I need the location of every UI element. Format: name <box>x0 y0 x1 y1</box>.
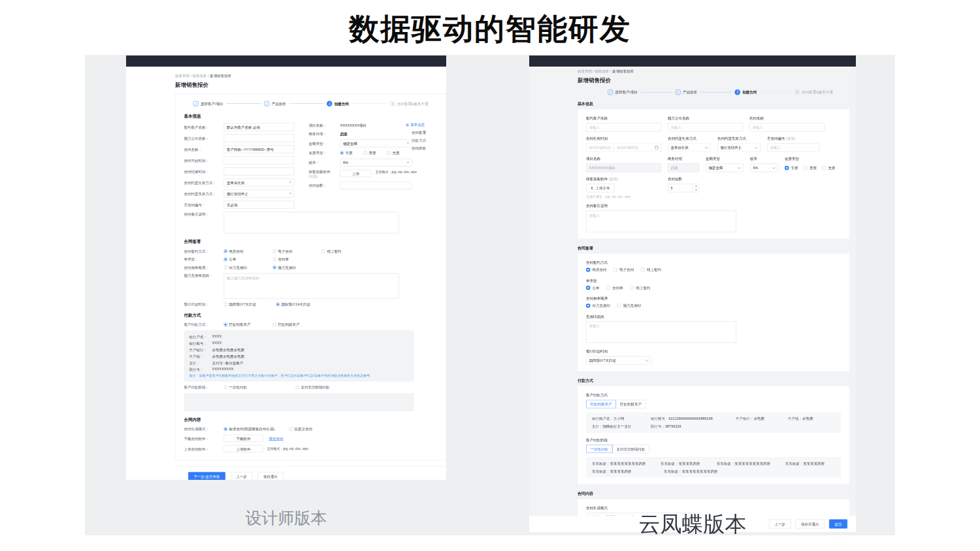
field-label: 预计归还时间： <box>184 302 224 307</box>
breadcrumb-link[interactable]: 销售报价 <box>595 69 610 73</box>
radio-pay-to-customer-acct[interactable]: 打款到客资户 <box>224 323 273 328</box>
radio-online-sign[interactable]: 线上签约 <box>322 249 371 254</box>
fake-sign-upload-button[interactable]: 上传文件 <box>586 184 614 193</box>
radio-return-international[interactable]: 国际预计14天归还 <box>276 302 332 307</box>
amount-type-select[interactable] <box>706 164 743 172</box>
toggle-pay-to-finance-acct[interactable]: 打款到财资户 <box>616 400 646 409</box>
radio-official-seal[interactable]: 公章 <box>586 285 600 291</box>
radio-invoice-normal[interactable]: 普票 <box>364 151 387 156</box>
stepper-down-icon[interactable] <box>693 188 699 192</box>
radio-standard-contract[interactable]: 标准合同(根据模板自动生成) <box>224 427 289 432</box>
download-attachment-button[interactable]: 下载附件 <box>224 435 263 442</box>
contract-name-input[interactable] <box>749 123 825 132</box>
radio-staged-payment[interactable]: 支付宝分阶段付款 <box>296 385 348 390</box>
anchor-basic[interactable]: 基本信息 <box>406 123 440 128</box>
expire-mode-select[interactable] <box>717 144 760 152</box>
master-contract-no-input[interactable] <box>224 201 295 209</box>
contract-copies-stepper[interactable] <box>668 184 699 193</box>
radio-icon <box>224 386 228 390</box>
step-create-contract[interactable]: 3 创建合同 <box>327 101 349 107</box>
radio-pay-to-finance-acct[interactable]: 打款到财资户 <box>273 323 322 328</box>
amount-type-select[interactable] <box>340 140 412 148</box>
radio-icon <box>630 286 634 291</box>
contract-remark-textarea[interactable] <box>224 212 399 234</box>
contract-remark-textarea[interactable] <box>586 211 736 232</box>
radio-other-first[interactable]: 对方先用印 <box>224 265 273 270</box>
radio-icon <box>785 166 789 170</box>
radio-invoice-none[interactable]: 无票 <box>822 165 836 170</box>
radio-invoice-none[interactable]: 无票 <box>387 151 407 156</box>
radio-contract-seal[interactable]: 合同章 <box>273 257 322 262</box>
radio-paper-contract[interactable]: 纸质合同 <box>224 249 273 254</box>
anchor-sign[interactable]: 合同签署 <box>406 131 440 136</box>
radio-custom-contract[interactable]: 自定义合同 <box>289 427 329 432</box>
toggle-staged-payment[interactable]: 支付宝分阶段付款 <box>612 445 649 453</box>
return-time-select[interactable] <box>586 356 651 365</box>
breadcrumb-current: 新增销售报价 <box>612 69 634 73</box>
field-label: 章类型： <box>184 257 224 262</box>
anchor-active-icon <box>406 123 409 126</box>
customer-name-input[interactable] <box>586 123 661 132</box>
breadcrumb-link[interactable]: 销售管理 <box>578 69 592 73</box>
field-label: 我方公司名称 <box>668 116 743 121</box>
step-select-customer[interactable]: ✓ 选择客户/项目 <box>608 89 638 95</box>
radio-other-first[interactable]: 对方先用印 <box>586 304 610 309</box>
tax-rate-select[interactable] <box>750 164 778 172</box>
radio-we-first[interactable]: 我方先用印 <box>273 265 322 270</box>
sign-card: 合同签约方式 纸质合同 电子合同 线上签约 章类型 公章 合同章 线上签约 <box>578 254 849 371</box>
radio-icon <box>273 323 277 327</box>
step-sign-open[interactable]: 4 合同签署&服务开通 <box>389 101 428 107</box>
manager-link[interactable]: 启迪 <box>340 131 348 136</box>
radio-online-sign[interactable]: 线上签约 <box>640 268 661 273</box>
step-sign-open[interactable]: 4 合同签署&服务开通 <box>794 89 833 95</box>
radio-e-contract[interactable]: 电子合同 <box>613 268 634 273</box>
customer-name-input[interactable] <box>224 123 295 131</box>
fake-sign-upload-button[interactable]: 上传 <box>340 170 372 177</box>
expire-mode-select[interactable] <box>224 190 295 198</box>
radio-paper-contract[interactable]: 纸质合同 <box>586 268 607 273</box>
radio-one-time-payment[interactable]: 一次性付款 <box>224 385 296 390</box>
field-label: 税率 <box>750 157 778 162</box>
tax-rate-select[interactable] <box>340 159 412 166</box>
upload-icon <box>591 187 594 190</box>
contract-start-input[interactable] <box>224 157 295 165</box>
step-product-quote[interactable]: ✓ 产品报价 <box>264 101 286 107</box>
seal-reason-textarea[interactable] <box>224 274 399 299</box>
radio-e-contract[interactable]: 电子合同 <box>273 249 322 254</box>
contract-copies-input[interactable] <box>340 181 412 189</box>
company-name-input[interactable] <box>224 134 295 142</box>
radio-official-seal[interactable]: 公章 <box>224 257 273 262</box>
effect-mode-select[interactable] <box>668 144 711 152</box>
field-label: 我方先用章原因： <box>184 274 224 278</box>
next-submit-button[interactable]: 下一步,提交审核 <box>188 472 225 480</box>
prev-step-button[interactable]: 上一步 <box>231 472 253 480</box>
preview-contract-link[interactable]: 预览合同 <box>269 436 284 441</box>
effect-mode-select[interactable] <box>224 179 295 187</box>
step-create-contract[interactable]: 3 创建合同 <box>735 89 757 95</box>
breadcrumb-link[interactable]: 销售管理 <box>175 74 189 78</box>
breadcrumb-link[interactable]: 销售报价 <box>193 74 207 78</box>
save-exit-button[interactable]: 保存退出 <box>258 472 284 480</box>
master-contract-no-input[interactable] <box>767 144 819 152</box>
radio-return-domestic[interactable]: 国内预计7天归还 <box>224 302 276 307</box>
section-title-basic: 基本信息 <box>184 113 438 119</box>
company-name-input[interactable] <box>668 123 743 132</box>
step-product-quote[interactable]: ✓ 产品报价 <box>676 89 698 95</box>
step-number: 4 <box>389 101 395 107</box>
contract-date-range-picker[interactable]: 合同开始时间~合同结束时间 <box>586 144 661 152</box>
upload-attachment-button[interactable]: 上传附件 <box>224 445 263 452</box>
contract-name-input[interactable] <box>224 146 295 153</box>
radio-icon <box>276 303 280 307</box>
toggle-one-time-payment[interactable]: 一次性付款 <box>586 445 613 453</box>
radio-invoice-normal[interactable]: 普票 <box>804 165 817 170</box>
radio-contract-seal[interactable]: 合同章 <box>606 285 623 291</box>
radio-invoice-special[interactable]: 专票 <box>340 151 364 156</box>
radio-we-first[interactable]: 我方先用印 <box>617 304 641 309</box>
step-select-customer[interactable]: ✓ 选择客户/项目 <box>193 101 223 107</box>
seal-reason-textarea[interactable] <box>586 321 736 343</box>
toggle-pay-to-customer-acct[interactable]: 打款到客资户 <box>586 400 616 409</box>
radio-online-seal[interactable]: 线上签约 <box>630 285 651 291</box>
wizard-steps: ✓ 选择客户/项目 ✓ 产品报价 3 创建合同 4 <box>608 89 833 95</box>
radio-invoice-special[interactable]: 专票 <box>785 165 798 170</box>
contract-end-input[interactable] <box>224 168 295 176</box>
